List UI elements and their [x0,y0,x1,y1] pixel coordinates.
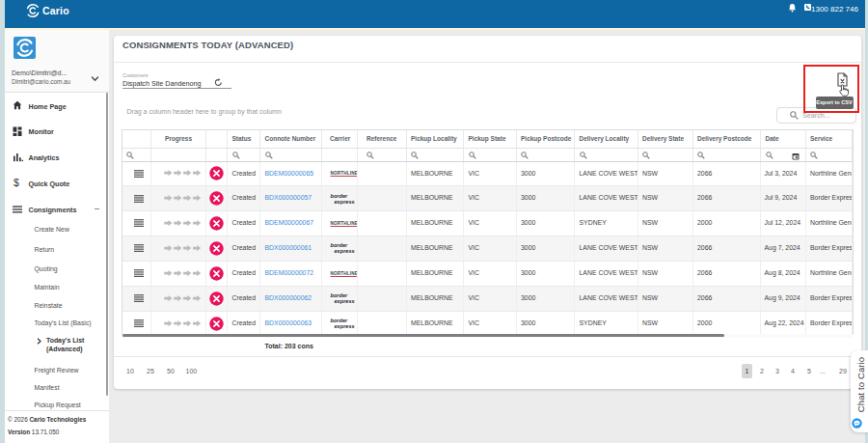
svg-text:border: border [331,192,349,198]
svg-text:NORTHLINE: NORTHLINE [331,221,358,226]
svg-text:NORTHLINE: NORTHLINE [331,171,358,176]
svg-text:border: border [331,318,349,323]
svg-text:express: express [335,249,355,255]
svg-text:border: border [331,292,349,298]
svg-text:NORTHLINE: NORTHLINE [331,271,358,276]
svg-text:express: express [335,323,355,329]
svg-text:border: border [331,242,349,248]
svg-text:express: express [335,298,355,304]
svg-text:express: express [335,199,355,205]
